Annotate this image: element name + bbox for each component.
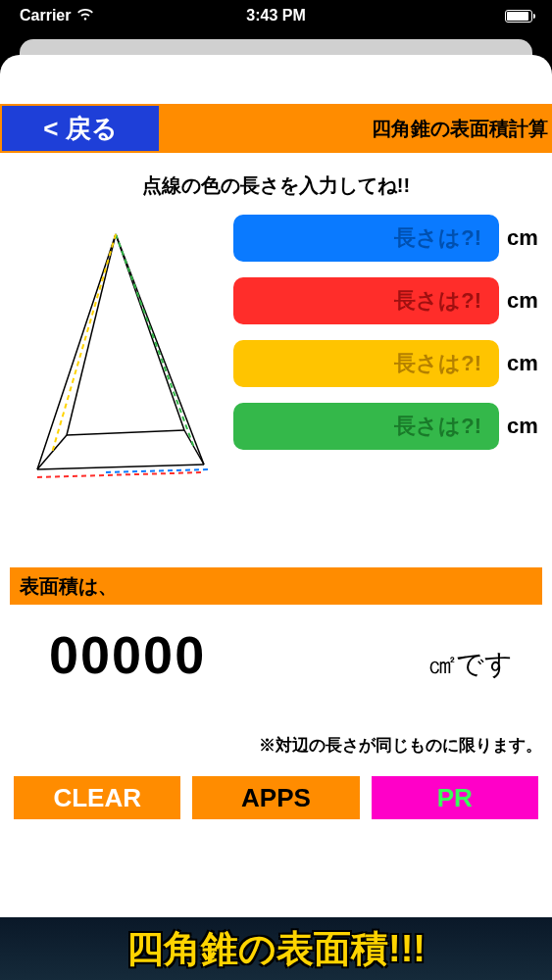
page-title: 四角錐の表面積計算 — [161, 104, 552, 153]
input-row-yellow: 長さは?! cm — [233, 340, 544, 387]
svg-line-9 — [52, 234, 116, 453]
wifi-icon — [76, 7, 94, 24]
svg-line-5 — [37, 435, 67, 469]
carrier-label: Carrier — [20, 7, 71, 24]
svg-line-6 — [67, 430, 184, 435]
input-row-green: 長さは?! cm — [233, 403, 544, 450]
result-unit: ㎠です — [428, 646, 513, 683]
svg-line-11 — [106, 469, 209, 472]
clock: 3:43 PM — [246, 7, 305, 24]
blue-length-input[interactable]: 長さは?! — [233, 215, 499, 262]
unit-label: cm — [507, 225, 544, 251]
battery-icon — [505, 10, 532, 23]
green-length-input[interactable]: 長さは?! — [233, 403, 499, 450]
status-bar: Carrier 3:43 PM — [0, 0, 552, 31]
pr-button[interactable]: PR — [372, 776, 538, 819]
clear-button[interactable]: CLEAR — [14, 776, 180, 819]
instruction-text: 点線の色の長さを入力してね!! — [0, 172, 552, 199]
svg-line-2 — [67, 234, 116, 435]
app-container: < 戻る 四角錐の表面積計算 点線の色の長さを入力してね!! 長さ — [0, 55, 552, 980]
back-button[interactable]: < 戻る — [2, 106, 159, 151]
svg-line-4 — [37, 465, 204, 469]
unit-label: cm — [507, 351, 544, 376]
ad-banner[interactable]: 四角錐の表面積!!! — [0, 917, 552, 980]
top-bar: < 戻る 四角錐の表面積計算 — [0, 104, 552, 153]
yellow-length-input[interactable]: 長さは?! — [233, 340, 499, 387]
result-value: 00000 — [49, 624, 206, 685]
apps-button[interactable]: APPS — [192, 776, 359, 819]
pyramid-diagram — [8, 215, 224, 499]
input-row-red: 長さは?! cm — [233, 277, 544, 324]
result-row: 00000 ㎠です — [0, 605, 552, 685]
result-label: 表面積は、 — [10, 567, 542, 605]
svg-line-7 — [184, 430, 204, 465]
unit-label: cm — [507, 288, 544, 314]
svg-line-10 — [37, 472, 204, 477]
red-length-input[interactable]: 長さは?! — [233, 277, 499, 324]
unit-label: cm — [507, 414, 544, 439]
input-row-blue: 長さは?! cm — [233, 215, 544, 262]
footnote: ※対辺の長さが同じものに限ります。 — [0, 734, 552, 757]
button-row: CLEAR APPS PR — [0, 766, 552, 829]
input-list: 長さは?! cm 長さは?! cm 長さは?! cm 長さは?! cm — [224, 215, 544, 499]
